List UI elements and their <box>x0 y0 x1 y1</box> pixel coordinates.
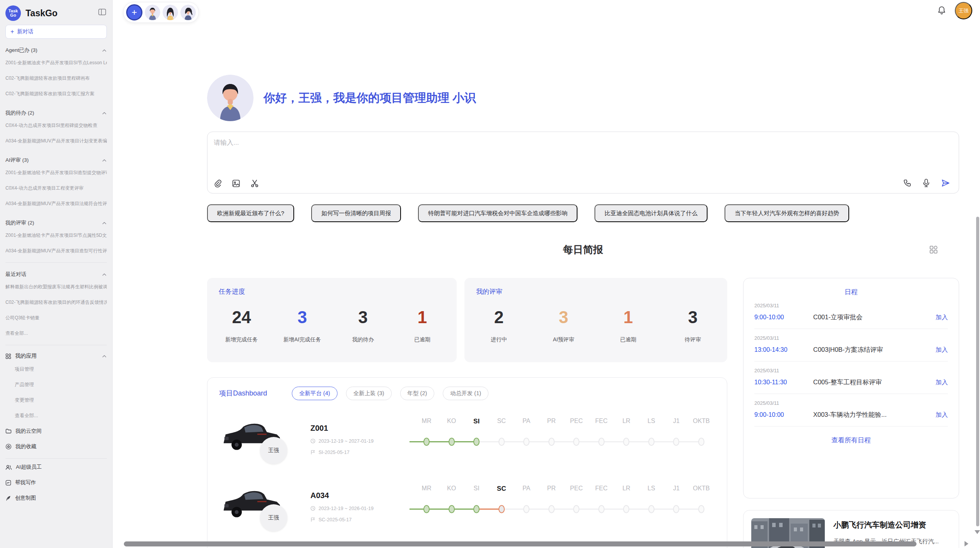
attach-icon[interactable] <box>214 179 222 188</box>
dashboard-tab[interactable]: 全新平台 (4) <box>292 387 338 400</box>
recent-conversation-item[interactable]: C02-飞腾新能源轻客改款项目的闭环通告反馈情况 <box>5 295 107 310</box>
send-icon[interactable] <box>941 178 950 188</box>
phone-icon[interactable] <box>903 179 911 187</box>
milestone-segment <box>476 509 502 510</box>
notification-bell-icon[interactable] <box>937 5 946 17</box>
view-all-conversations-link[interactable]: 查看全部... <box>5 325 107 341</box>
milestone-node-FEC <box>598 505 605 513</box>
milestone-label-MR: MR <box>422 485 432 492</box>
sidebar-task-item[interactable]: Z001-全新燃油皮卡产品开发项目SI节点Lesson Learn报告 <box>5 55 107 70</box>
scroll-right-arrow-icon[interactable] <box>965 541 968 546</box>
sidebar-task-item[interactable]: A034-全新新能源MUV产品开发项目法规符合性评审 <box>5 196 107 211</box>
project-owner-badge: 王强 <box>260 437 287 464</box>
project-row-A034[interactable]: 王强A0342023-12-19 ~ 2026-01-19SC-2025-05-… <box>219 478 715 536</box>
suggestion-chip[interactable]: 当下年轻人对汽车外观有怎样的喜好趋势 <box>725 204 849 222</box>
sidebar-section-header-0[interactable]: Agent已办 (3) <box>5 46 107 55</box>
sidebar-task-item[interactable]: C0X4-动力总成开发项目SI里程碑提交物检查 <box>5 118 107 133</box>
sidebar-tool-item[interactable]: AI超级员工 <box>5 459 107 475</box>
divider <box>5 262 107 263</box>
app-item[interactable]: 产品管理 <box>5 377 107 392</box>
stat-label: 已逾期 <box>611 336 646 343</box>
stat-value: 3 <box>283 308 321 327</box>
stat-cell: 1已逾期 <box>611 308 646 343</box>
item-label: 帮我写作 <box>15 475 36 490</box>
milestone-segment <box>601 441 627 442</box>
stat-value: 3 <box>346 308 380 327</box>
dashboard-tab[interactable]: 动总开发 (1) <box>443 387 488 400</box>
event-time: 13:00-14:30 <box>754 346 813 353</box>
new-chat-button[interactable]: + 新对话 <box>5 25 107 39</box>
milestone-segment <box>526 441 552 442</box>
sidebar-recent-header[interactable]: 最近对话 <box>5 270 107 279</box>
milestone-segment <box>476 441 502 442</box>
dashboard-tab[interactable]: 年型 (2) <box>400 387 435 400</box>
milestone-label-SI: SI <box>473 418 480 425</box>
milestone-label-FEC: FEC <box>595 485 608 492</box>
join-event-button[interactable]: 加入 <box>935 313 948 322</box>
sidebar-task-item[interactable]: Z001-全新燃油轻卡产品开发项目SI造型提交物评审 <box>5 165 107 180</box>
sidebar-task-item[interactable]: C02-飞腾新能源轻客改款项目里程碑画布 <box>5 70 107 86</box>
input-toolbar-left <box>214 179 259 188</box>
scissors-icon[interactable] <box>250 179 259 188</box>
sidebar-tool-item[interactable]: 帮我写作 <box>5 475 107 490</box>
recent-conversation-item[interactable]: 公司Q3轻卡销量 <box>5 310 107 325</box>
woman-avatar[interactable] <box>163 5 178 20</box>
sidebar-section-header-2[interactable]: AI评审 (3) <box>5 156 107 165</box>
woman2-avatar[interactable] <box>180 5 196 20</box>
microphone-icon[interactable] <box>922 178 930 188</box>
chat-input[interactable] <box>214 138 953 165</box>
project-row-Z001[interactable]: 王强Z0012023-12-19 ~ 2027-01-19SI-2025-05-… <box>219 410 715 468</box>
chevron-up-icon <box>102 354 107 359</box>
app-item[interactable]: 变更管理 <box>5 392 107 408</box>
sidebar-task-item[interactable]: C02-飞腾新能源轻客改款项目立项汇报方案 <box>5 86 107 101</box>
suggestion-chip[interactable]: 欧洲新规最近颁布了什么? <box>207 204 294 222</box>
horizontal-scrollbar[interactable] <box>124 541 917 546</box>
stat-label: 我的待办 <box>346 336 380 343</box>
project-flag: SC-2025-05-17 <box>310 517 403 522</box>
stat-grid: 24新增完成任务3新增AI完成任务3我的待办1已逾期 <box>219 308 445 343</box>
dashboard-tab[interactable]: 全新上装 (3) <box>346 387 392 400</box>
milestone-track: MRKOSISCPAPRPECFECLRLSJ1OKTB <box>427 485 701 528</box>
sidebar-item-folder[interactable]: 我的云空间 <box>5 423 107 439</box>
suggestion-chip[interactable]: 特朗普可能对进口汽车增税会对中国车企造成哪些影响 <box>418 204 577 222</box>
sidebar-section-header-1[interactable]: 我的待办 (2) <box>5 108 107 118</box>
view-all-apps-link[interactable]: 查看全部... <box>5 408 107 423</box>
sidebar-task-item[interactable]: C0X4-动力总成开发项目工程变更评审 <box>5 180 107 196</box>
sidebar-task-item[interactable]: Z001-全新燃油轻卡产品开发项目SI节点属性5D文件评审 <box>5 228 107 243</box>
sidebar-task-item[interactable]: A034-全新新能源MUV产品开发项目计划变更表编写 <box>5 133 107 149</box>
view-all-schedule-link[interactable]: 查看所有日程 <box>831 436 871 445</box>
event-title: C003|H0B-方案冻结评审 <box>813 346 935 354</box>
recent-conversation-item[interactable]: 解释最新出台的欧盟报废车法规再生塑料比例被调至15%... <box>5 279 107 295</box>
vertical-scrollbar[interactable] <box>976 217 979 526</box>
join-event-button[interactable]: 加入 <box>935 411 948 419</box>
item-label: AI超级员工 <box>16 459 42 475</box>
stat-card-1: 我的评审2进行中3AI预评审1已逾期3待评审 <box>464 278 727 362</box>
app-item[interactable]: 项目管理 <box>5 361 107 377</box>
chevron-up-icon <box>102 48 107 53</box>
sidebar-section-header-3[interactable]: 我的评审 (2) <box>5 218 107 228</box>
section-label: Agent已办 (3) <box>5 47 38 54</box>
event-date: 2025/03/11 <box>754 303 948 308</box>
stat-label: 进行中 <box>481 336 516 343</box>
stat-value: 1 <box>405 308 440 327</box>
add-assistant-button[interactable]: + <box>126 4 142 21</box>
join-event-button[interactable]: 加入 <box>935 378 948 387</box>
sidebar-item-star-badge[interactable]: 我的收藏 <box>5 439 107 454</box>
sidebar-apps-header[interactable]: 我的应用 <box>5 351 107 361</box>
app-logo: Task Go <box>5 5 21 21</box>
sidebar-task-item[interactable]: A034-全新新能源MUV产品开发项目造型可行性评审 <box>5 243 107 259</box>
sidebar-collapse-icon[interactable] <box>98 9 106 17</box>
suggestion-chip[interactable]: 比亚迪全固态电池计划具体说了什么 <box>595 204 708 222</box>
man-avatar[interactable] <box>145 5 160 20</box>
suggestion-chip[interactable]: 如何写一份清晰的项目周报 <box>311 204 401 222</box>
event-title: C005-整车工程目标评审 <box>813 378 935 387</box>
sidebar-tool-item[interactable]: 创意制图 <box>5 490 107 506</box>
milestone-node-PR <box>548 438 555 446</box>
join-event-button[interactable]: 加入 <box>935 346 948 354</box>
user-avatar[interactable]: 王强 <box>955 2 972 19</box>
layout-grid-icon[interactable] <box>929 245 938 255</box>
chevron-up-icon <box>102 272 107 277</box>
image-icon[interactable] <box>232 179 240 188</box>
milestone-label-LR: LR <box>622 485 630 492</box>
scroll-down-arrow-icon[interactable] <box>975 530 980 534</box>
